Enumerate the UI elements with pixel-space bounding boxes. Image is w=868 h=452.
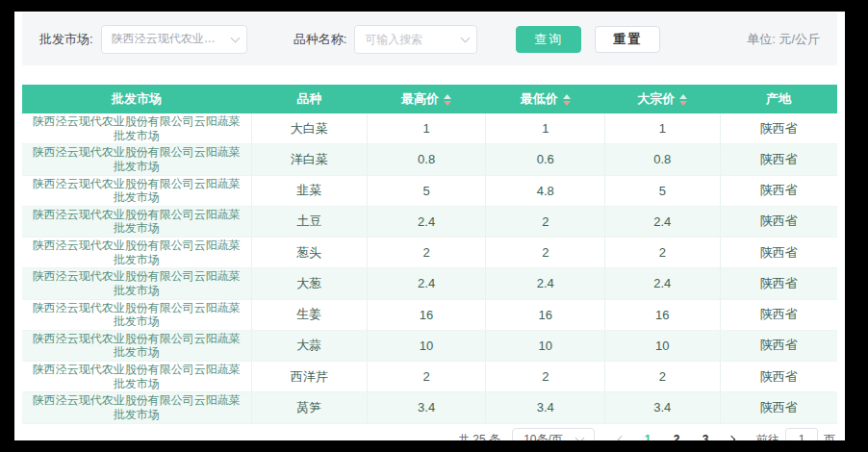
high-price-cell: 2 — [367, 238, 486, 268]
variety-search — [354, 25, 477, 54]
header-low-price[interactable]: 最低价 — [486, 85, 605, 113]
next-page-button[interactable] — [720, 428, 743, 440]
origin-cell: 陕西省 — [720, 238, 837, 268]
high-price-cell: 2 — [367, 362, 486, 392]
low-price-cell: 16 — [486, 299, 605, 330]
variety-cell: 大蒜 — [251, 330, 367, 361]
total-count: 共 25 条 — [458, 432, 500, 441]
bulk-price-cell: 2 — [605, 238, 720, 268]
chevron-right-icon — [728, 436, 735, 440]
bulk-price-cell: 1 — [605, 113, 720, 144]
bulk-price-cell: 5 — [605, 175, 720, 206]
bulk-price-cell: 3.4 — [605, 392, 720, 423]
variety-cell: 葱头 — [251, 238, 367, 268]
table-body: 陕西泾云现代农业股份有限公司云阳蔬菜批发市场大白菜111陕西省陕西泾云现代农业股… — [22, 113, 837, 423]
table-row: 陕西泾云现代农业股份有限公司云阳蔬菜批发市场莴笋3.43.43.4陕西省 — [22, 392, 837, 423]
variety-cell: 大白菜 — [251, 113, 367, 144]
table-header-row: 批发市场 品种 最高价 最低价 大宗价 产地 — [22, 85, 837, 113]
market-cell: 陕西泾云现代农业股份有限公司云阳蔬菜批发市场 — [22, 144, 251, 175]
low-price-cell: 2 — [486, 238, 605, 268]
market-cell: 陕西泾云现代农业股份有限公司云阳蔬菜批发市场 — [22, 362, 251, 392]
high-price-cell: 1 — [367, 113, 486, 144]
high-price-cell: 3.4 — [367, 392, 486, 423]
market-label: 批发市场: — [39, 31, 93, 48]
variety-cell: 莴笋 — [251, 392, 367, 423]
header-market: 批发市场 — [22, 85, 251, 113]
page-number-1[interactable]: 1 — [636, 428, 659, 440]
market-cell: 陕西泾云现代农业股份有限公司云阳蔬菜批发市场 — [22, 268, 251, 299]
variety-cell: 西洋芹 — [251, 362, 367, 392]
variety-cell: 洋白菜 — [251, 144, 367, 175]
low-price-cell: 1 — [486, 113, 605, 144]
low-price-cell: 10 — [486, 330, 605, 361]
market-cell: 陕西泾云现代农业股份有限公司云阳蔬菜批发市场 — [22, 175, 251, 206]
variety-search-input[interactable] — [354, 25, 477, 54]
reset-button[interactable]: 重置 — [595, 26, 660, 53]
page-size-select[interactable]: 10条/页 — [512, 428, 595, 440]
bulk-price-cell: 2.4 — [605, 206, 720, 237]
origin-cell: 陕西省 — [720, 330, 837, 361]
low-price-cell: 2 — [486, 206, 605, 237]
table-row: 陕西泾云现代农业股份有限公司云阳蔬菜批发市场洋白菜0.80.60.8陕西省 — [22, 144, 837, 175]
market-select[interactable]: 陕西泾云现代农业股份... — [101, 25, 247, 54]
origin-cell: 陕西省 — [720, 362, 837, 392]
table-row: 陕西泾云现代农业股份有限公司云阳蔬菜批发市场葱头222陕西省 — [22, 238, 837, 268]
table-row: 陕西泾云现代农业股份有限公司云阳蔬菜批发市场土豆2.422.4陕西省 — [22, 206, 837, 237]
low-price-cell: 0.6 — [486, 144, 605, 175]
bulk-price-cell: 0.8 — [605, 144, 720, 175]
origin-cell: 陕西省 — [720, 392, 837, 423]
bulk-price-cell: 16 — [605, 299, 720, 330]
header-variety: 品种 — [251, 85, 367, 113]
content-card: 批发市场: 陕西泾云现代农业股份... 品种名称: 查询 重置 单位: 元/公斤… — [14, 12, 845, 440]
table-row: 陕西泾云现代农业股份有限公司云阳蔬菜批发市场大葱2.42.42.4陕西省 — [22, 268, 837, 299]
bulk-price-cell: 2.4 — [605, 268, 720, 299]
sort-icon[interactable] — [563, 94, 571, 106]
pagination-bar: 共 25 条 10条/页 123 前往 页 — [14, 424, 845, 441]
market-select-value: 陕西泾云现代农业股份... — [112, 31, 226, 47]
goto-page-input[interactable] — [785, 428, 818, 440]
unit-label: 单位: 元/公斤 — [747, 31, 820, 48]
market-cell: 陕西泾云现代农业股份有限公司云阳蔬菜批发市场 — [22, 330, 251, 361]
table-row: 陕西泾云现代农业股份有限公司云阳蔬菜批发市场大蒜101010陕西省 — [22, 330, 837, 361]
origin-cell: 陕西省 — [720, 299, 837, 330]
chevron-down-icon — [574, 434, 584, 440]
page-numbers: 123 — [633, 428, 720, 440]
origin-cell: 陕西省 — [720, 175, 837, 206]
high-price-cell: 2.4 — [367, 206, 486, 237]
chevron-down-icon — [230, 33, 240, 42]
variety-cell: 土豆 — [251, 206, 367, 237]
high-price-cell: 2.4 — [367, 268, 486, 299]
table-row: 陕西泾云现代农业股份有限公司云阳蔬菜批发市场生姜161616陕西省 — [22, 299, 837, 330]
high-price-cell: 5 — [367, 175, 486, 206]
chevron-left-icon — [618, 436, 625, 440]
page-number-3[interactable]: 3 — [694, 428, 717, 440]
prev-page-button[interactable] — [610, 428, 633, 440]
variety-cell: 大葱 — [251, 268, 367, 299]
table-row: 陕西泾云现代农业股份有限公司云阳蔬菜批发市场西洋芹222陕西省 — [22, 362, 837, 392]
goto-label: 前往 — [756, 432, 779, 441]
origin-cell: 陕西省 — [720, 144, 837, 175]
filter-bar: 批发市场: 陕西泾云现代农业股份... 品种名称: 查询 重置 单位: 元/公斤 — [22, 13, 837, 65]
bulk-price-cell: 10 — [605, 330, 720, 361]
low-price-cell: 2.4 — [486, 268, 605, 299]
header-high-price[interactable]: 最高价 — [367, 85, 486, 113]
low-price-cell: 4.8 — [486, 175, 605, 206]
sort-icon[interactable] — [444, 94, 451, 106]
high-price-cell: 10 — [367, 330, 486, 361]
market-cell: 陕西泾云现代农业股份有限公司云阳蔬菜批发市场 — [22, 113, 251, 144]
origin-cell: 陕西省 — [720, 268, 837, 299]
table-row: 陕西泾云现代农业股份有限公司云阳蔬菜批发市场韭菜54.85陕西省 — [22, 175, 837, 206]
page-size-value: 10条/页 — [523, 432, 563, 441]
sort-icon[interactable] — [679, 94, 687, 106]
page-number-2[interactable]: 2 — [665, 428, 688, 440]
page-suffix-label: 页 — [824, 432, 835, 441]
variety-label: 品种名称: — [294, 31, 347, 48]
market-cell: 陕西泾云现代农业股份有限公司云阳蔬菜批发市场 — [22, 238, 251, 268]
header-bulk-price[interactable]: 大宗价 — [605, 85, 720, 113]
market-cell: 陕西泾云现代农业股份有限公司云阳蔬菜批发市场 — [22, 206, 251, 237]
variety-cell: 韭菜 — [251, 175, 367, 206]
bulk-price-cell: 2 — [605, 362, 720, 392]
query-button[interactable]: 查询 — [516, 26, 581, 53]
market-cell: 陕西泾云现代农业股份有限公司云阳蔬菜批发市场 — [22, 392, 251, 423]
price-table: 批发市场 品种 最高价 最低价 大宗价 产地 陕西泾云现代农业股份有限公司云阳蔬… — [22, 85, 837, 424]
